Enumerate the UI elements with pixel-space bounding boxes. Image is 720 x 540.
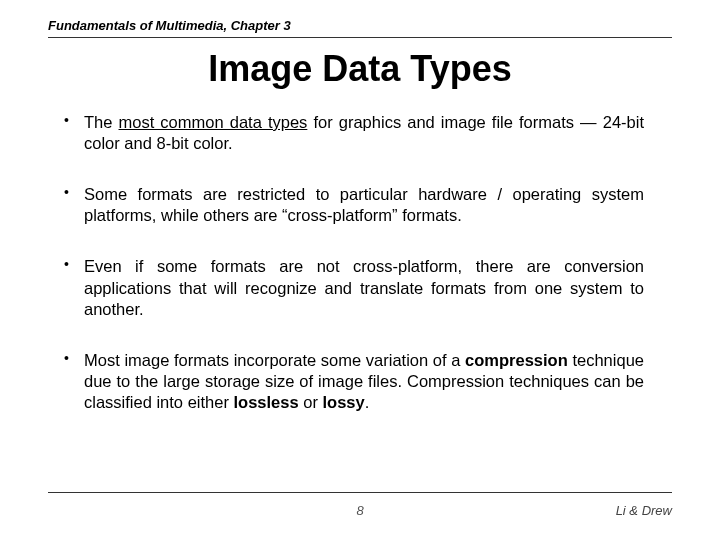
- page-title: Image Data Types: [48, 48, 672, 90]
- bold-text: lossless: [234, 393, 299, 411]
- list-item: Even if some formats are not cross-platf…: [84, 256, 644, 319]
- slide: Fundamentals of Multimedia, Chapter 3 Im…: [0, 0, 720, 540]
- footer-row: 8 Li & Drew: [48, 503, 672, 518]
- footer-divider: [48, 492, 672, 493]
- bold-text: lossy: [322, 393, 364, 411]
- text: The: [84, 113, 119, 131]
- bold-text: compression: [465, 351, 568, 369]
- chapter-label: Fundamentals of Multimedia, Chapter 3: [48, 18, 672, 37]
- page-number: 8: [48, 503, 672, 518]
- bullet-list: The most common data types for graphics …: [48, 112, 672, 413]
- text: .: [365, 393, 370, 411]
- slide-header: Fundamentals of Multimedia, Chapter 3: [48, 18, 672, 38]
- slide-footer: 8 Li & Drew: [48, 492, 672, 518]
- list-item: Some formats are restricted to particula…: [84, 184, 644, 226]
- text: Most image formats incorporate some vari…: [84, 351, 465, 369]
- list-item: The most common data types for graphics …: [84, 112, 644, 154]
- authors-label: Li & Drew: [616, 503, 672, 518]
- text: or: [299, 393, 323, 411]
- header-divider: [48, 37, 672, 38]
- list-item: Most image formats incorporate some vari…: [84, 350, 644, 413]
- underlined-text: most common data types: [119, 113, 308, 131]
